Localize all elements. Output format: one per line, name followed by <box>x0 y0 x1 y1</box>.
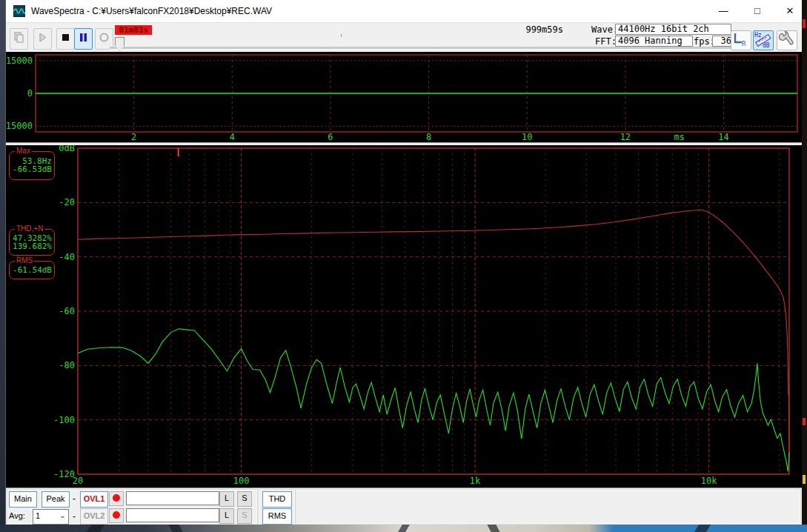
total-time-display: 999m59s <box>489 24 563 35</box>
hz-db-scale-icon: Hz dB <box>754 31 771 48</box>
stop-button[interactable] <box>56 28 75 50</box>
rms-readout-box: RMS -61.54dB <box>9 261 55 279</box>
rms-readout-title: RMS <box>15 256 34 265</box>
svg-text:-60: -60 <box>59 306 75 316</box>
svg-text:0: 0 <box>27 88 33 99</box>
svg-text:12: 12 <box>620 132 631 142</box>
avg-value: 1 <box>36 511 40 520</box>
ovl2-color-button[interactable] <box>109 508 124 523</box>
svg-text:dB: dB <box>763 42 770 48</box>
chevron-down-icon: ⌄ <box>59 511 66 520</box>
minimize-icon[interactable]: — <box>708 0 738 22</box>
settings-button[interactable] <box>777 30 797 50</box>
fft-label: FFT: <box>595 36 617 47</box>
ovl1-text-input[interactable] <box>126 491 219 505</box>
ovl1-color-button[interactable] <box>109 491 124 506</box>
max-readout-title: Max <box>15 147 32 156</box>
wave-format-label: Wave: <box>591 24 618 35</box>
record-icon <box>99 32 110 43</box>
open-file-icon <box>13 32 24 43</box>
ovl2-record-dot-icon <box>113 511 120 519</box>
open-file-button[interactable] <box>10 28 28 50</box>
thd-value-2: 139.682% <box>10 242 54 250</box>
svg-text:0dB: 0dB <box>59 145 75 153</box>
app-icon <box>13 5 25 17</box>
ovl1-load-button[interactable]: L <box>219 491 234 507</box>
dash-separator: - <box>73 493 76 504</box>
peak-button[interactable]: Peak <box>41 491 70 508</box>
rms-value: -61.54dB <box>10 266 54 274</box>
svg-text:6: 6 <box>328 132 333 142</box>
ovl2-save-button[interactable]: S <box>237 508 252 524</box>
max-readout-box: Max 53.8Hz -66.53dB <box>9 151 55 180</box>
slider-tick <box>341 34 342 37</box>
svg-text:-100: -100 <box>53 415 75 425</box>
svg-text:R: R <box>742 40 746 47</box>
svg-text:10k: 10k <box>701 476 717 486</box>
svg-text:100: 100 <box>233 476 250 486</box>
play-icon <box>37 32 48 43</box>
svg-text:10: 10 <box>522 132 532 142</box>
stop-icon <box>60 32 71 43</box>
waveform-plot: 2468101214ms150000-15000 <box>6 52 802 142</box>
pause-button[interactable] <box>74 28 93 50</box>
desktop-edge <box>802 0 807 532</box>
lr-channel-button[interactable]: R <box>731 30 751 50</box>
ovl1-record-dot-icon <box>113 494 120 502</box>
spectrum-plot: 201001k10k0dB-20-40-60-80-100-120 <box>6 145 802 488</box>
avg-label: Avg: <box>9 511 25 520</box>
svg-text:14: 14 <box>718 132 728 142</box>
lr-channel-icon: R <box>731 31 749 48</box>
ovl2-button[interactable]: OVL2 <box>80 508 108 525</box>
wrench-settings-icon <box>777 31 795 48</box>
toolbar: 01m03s 999m59s Wave: 44100Hz 16bit 2ch F… <box>6 22 802 53</box>
thd-readout-box: THD,+N 47.3282% 139.682% <box>9 229 55 256</box>
spectrum-panel: 201001k10k0dB-20-40-60-80-100-120 Max 53… <box>6 145 802 488</box>
position-slider-track[interactable] <box>110 47 732 50</box>
waveform-panel: 2468101214ms150000-15000 <box>6 52 802 142</box>
svg-text:-15000: -15000 <box>6 121 33 131</box>
svg-text:4: 4 <box>230 132 235 142</box>
ovl1-save-button[interactable]: S <box>237 491 252 507</box>
hz-db-scale-button[interactable]: Hz dB <box>753 30 774 50</box>
svg-text:-120: -120 <box>53 469 75 479</box>
ovl1-button[interactable]: OVL1 <box>80 491 108 508</box>
ovl2-text-input[interactable] <box>126 508 219 522</box>
elapsed-time-display: 01m03s <box>115 25 152 35</box>
title-bar: WaveSpectra - C:¥Users¥falconFX2018¥Desk… <box>6 0 802 22</box>
window-title: WaveSpectra - C:¥Users¥falconFX2018¥Desk… <box>31 6 272 16</box>
ovl2-load-button[interactable]: L <box>219 508 234 524</box>
rms-button[interactable]: RMS <box>262 508 292 525</box>
svg-text:-80: -80 <box>59 360 75 370</box>
svg-text:15000: 15000 <box>6 56 33 66</box>
svg-text:-40: -40 <box>59 252 75 262</box>
dash-separator: - <box>73 511 76 522</box>
wavespectra-window: WaveSpectra - C:¥Users¥falconFX2018¥Desk… <box>6 0 802 525</box>
empty-panel-group <box>296 489 801 525</box>
wave-format-value: 44100Hz 16bit 2ch <box>615 24 731 35</box>
avg-combobox[interactable]: 1 ⌄ <box>33 509 69 525</box>
close-icon[interactable]: ✕ <box>775 0 805 22</box>
maximize-icon[interactable]: □ <box>743 0 772 22</box>
play-button[interactable] <box>33 28 52 50</box>
main-button[interactable]: Main <box>9 491 37 508</box>
svg-text:-20: -20 <box>59 197 75 207</box>
max-level-value: -66.53dB <box>10 165 54 173</box>
bottom-control-bar: Main Peak - OVL1 L S THD Avg: 1 ⌄ - OVL2… <box>6 488 802 525</box>
fft-settings-value: 4096 Hanning <box>615 36 693 47</box>
svg-text:8: 8 <box>426 132 431 142</box>
thd-button[interactable]: THD <box>262 491 292 508</box>
pause-icon <box>78 32 89 43</box>
svg-text:1k: 1k <box>470 476 481 486</box>
svg-text:Hz: Hz <box>754 32 762 39</box>
svg-text:2: 2 <box>131 132 136 142</box>
svg-text:ms: ms <box>674 132 685 142</box>
thd-readout-title: THD,+N <box>15 225 44 233</box>
